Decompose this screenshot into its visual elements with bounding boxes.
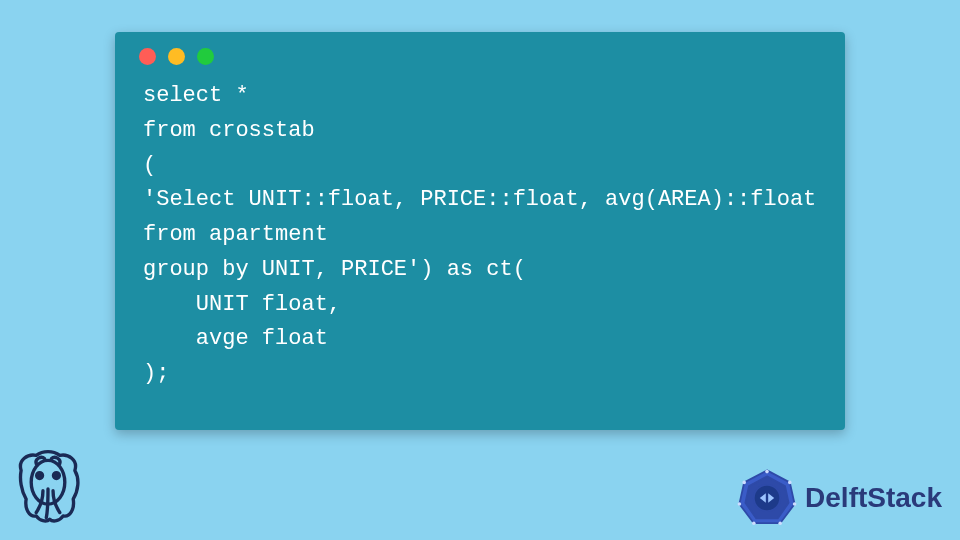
code-line: UNIT float, (143, 292, 341, 317)
code-line: ); (143, 361, 169, 386)
svg-point-12 (752, 521, 756, 525)
delftstack-icon (737, 468, 797, 528)
maximize-icon[interactable] (197, 48, 214, 65)
svg-point-1 (37, 473, 43, 479)
brand-name: DelftStack (805, 482, 942, 514)
code-line: avge float (143, 326, 328, 351)
svg-point-5 (754, 485, 780, 511)
code-line: group by UNIT, PRICE') as ct( (143, 257, 526, 282)
svg-point-8 (765, 470, 769, 474)
code-line: ( (143, 153, 156, 178)
postgresql-icon (6, 446, 90, 532)
svg-point-9 (788, 481, 792, 485)
code-line: 'Select UNIT::float, PRICE::float, avg(A… (143, 187, 816, 212)
code-window: select * from crosstab ( 'Select UNIT::f… (115, 32, 845, 430)
svg-point-10 (793, 502, 797, 506)
close-icon[interactable] (139, 48, 156, 65)
svg-point-2 (53, 473, 59, 479)
minimize-icon[interactable] (168, 48, 185, 65)
brand-badge: DelftStack (737, 468, 942, 528)
svg-point-14 (742, 481, 746, 485)
window-controls (115, 32, 845, 73)
svg-point-13 (738, 502, 742, 506)
code-block: select * from crosstab ( 'Select UNIT::f… (115, 73, 845, 412)
code-line: select * (143, 83, 249, 108)
code-line: from crosstab (143, 118, 315, 143)
code-line: from apartment (143, 222, 328, 247)
svg-point-11 (778, 521, 782, 525)
